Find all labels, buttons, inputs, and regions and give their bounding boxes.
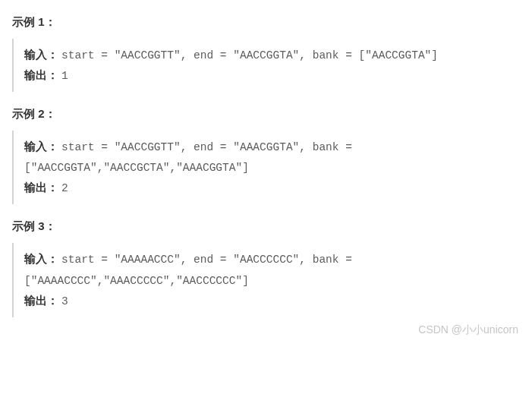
watermark: CSDN @小小unicorn — [418, 323, 518, 337]
example-1-input-code: start = "AACCGGTT", end = "AACCGGTA", ba… — [61, 49, 438, 61]
example-2-input-line: 输入： start = "AACCGGTT", end = "AAACGGTA"… — [24, 137, 509, 178]
example-3-input-label: 输入： — [24, 253, 58, 265]
example-3-input-code: start = "AAAAACCC", end = "AACCCCCC", ba… — [24, 254, 352, 286]
example-2-output-label: 输出： — [24, 181, 58, 194]
example-3-title: 示例 3： — [12, 219, 520, 234]
example-1-input-label: 输入： — [24, 49, 58, 61]
example-3-block: 输入： start = "AAAAACCC", end = "AACCCCCC"… — [12, 243, 520, 317]
example-1-input-line: 输入： start = "AACCGGTT", end = "AACCGGTA"… — [24, 45, 509, 65]
example-1-output-code: 1 — [61, 70, 68, 82]
example-2-output-line: 输出： 2 — [24, 178, 509, 198]
example-2-block: 输入： start = "AACCGGTT", end = "AAACGGTA"… — [12, 131, 520, 204]
example-1-output-label: 输出： — [24, 69, 58, 81]
example-3-output-label: 输出： — [24, 295, 58, 307]
example-2-title: 示例 2： — [12, 107, 520, 121]
example-3-output-line: 输出： 3 — [24, 291, 509, 311]
example-3-output-code: 3 — [61, 295, 68, 307]
example-1-block: 输入： start = "AACCGGTT", end = "AACCGGTA"… — [12, 39, 520, 92]
example-2-input-label: 输入： — [24, 140, 58, 153]
example-2-output-code: 2 — [61, 182, 68, 194]
example-1-title: 示例 1： — [12, 15, 520, 30]
example-2-input-code: start = "AACCGGTT", end = "AAACGGTA", ba… — [24, 141, 352, 174]
example-1-output-line: 输出： 1 — [24, 65, 509, 86]
example-3-input-line: 输入： start = "AAAAACCC", end = "AACCCCCC"… — [24, 249, 509, 290]
